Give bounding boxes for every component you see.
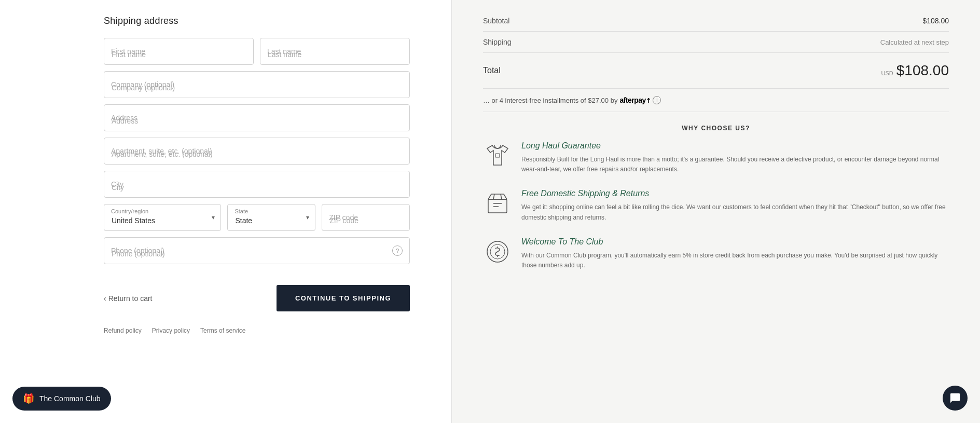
afterpay-logo: afterpay↗ <box>619 96 651 104</box>
left-panel: Shipping address First name Last name Co… <box>0 0 451 423</box>
subtotal-row: Subtotal $108.00 <box>483 10 949 32</box>
city-row: City <box>104 171 410 198</box>
address-input[interactable] <box>104 104 410 131</box>
gift-icon: 🎁 <box>23 393 34 404</box>
first-name-field: First name <box>104 38 254 65</box>
apt-input[interactable] <box>104 138 410 165</box>
afterpay-arrow-icon: ↗ <box>644 97 653 105</box>
phone-input[interactable] <box>104 237 410 264</box>
city-input[interactable] <box>104 171 410 198</box>
why-choose-heading: WHY CHOOSE US? <box>483 112 949 141</box>
zip-input[interactable] <box>322 204 410 231</box>
club-badge[interactable]: 🎁 The Common Club <box>12 387 111 411</box>
afterpay-row: … or 4 interest-free installments of $27… <box>483 89 949 112</box>
feature-long-haul-title: Long Haul Guarantee <box>521 141 949 151</box>
phone-help-icon[interactable]: ? <box>392 245 403 256</box>
address-row: Address <box>104 104 410 131</box>
company-row: Company (optional) <box>104 71 410 98</box>
last-name-input[interactable] <box>260 38 410 65</box>
shipping-value: Calculated at next step <box>880 38 949 46</box>
feature-long-haul-desc: Responsibly Built for the Long Haul is m… <box>521 155 949 174</box>
feature-club-text: Welcome To The Club With our Common Club… <box>521 237 949 270</box>
feature-shipping-title: Free Domestic Shipping & Returns <box>521 189 949 198</box>
shipping-label: Shipping <box>483 38 512 46</box>
shipping-row: Shipping Calculated at next step <box>483 32 949 53</box>
company-input[interactable] <box>104 71 410 98</box>
afterpay-text: … or 4 interest-free installments of $27… <box>483 97 617 104</box>
total-amount: USD $108.00 <box>881 62 949 79</box>
feature-shipping-text: Free Domestic Shipping & Returns We get … <box>521 189 949 222</box>
last-name-field: Last name <box>260 38 410 65</box>
return-label: Return to cart <box>108 294 153 303</box>
subtotal-value: $108.00 <box>922 17 949 25</box>
svg-rect-1 <box>488 199 507 213</box>
section-title: Shipping address <box>104 16 410 26</box>
feature-club-title: Welcome To The Club <box>521 237 949 247</box>
total-row: Total USD $108.00 <box>483 53 949 89</box>
feature-club: Welcome To The Club With our Common Club… <box>483 237 949 270</box>
svg-rect-0 <box>495 154 500 157</box>
feature-long-haul: Long Haul Guarantee Responsibly Built fo… <box>483 141 949 174</box>
box-icon <box>483 189 512 218</box>
chat-icon <box>949 392 961 404</box>
phone-row: Phone (optional) ? <box>104 237 410 264</box>
first-name-input[interactable] <box>104 38 254 65</box>
continue-to-shipping-button[interactable]: CONTINUE TO SHIPPING <box>277 285 410 311</box>
shirt-icon <box>483 141 512 170</box>
city-field: City <box>104 171 410 198</box>
apt-row: Apartment, suite, etc. (optional) <box>104 138 410 165</box>
coin-icon <box>483 237 512 266</box>
state-select[interactable]: State Alabama Alaska Arizona California … <box>227 204 315 231</box>
return-to-cart-link[interactable]: ‹ Return to cart <box>104 294 153 303</box>
state-field: State State Alabama Alaska Arizona Calif… <box>227 204 315 231</box>
form-actions: ‹ Return to cart CONTINUE TO SHIPPING <box>104 285 410 311</box>
region-row: Country/region United States Canada Unit… <box>104 204 410 231</box>
phone-field: Phone (optional) ? <box>104 237 410 264</box>
subtotal-label: Subtotal <box>483 17 509 25</box>
total-value: $108.00 <box>896 62 949 79</box>
feature-club-desc: With our Common Club program, you'll aut… <box>521 251 949 270</box>
apt-field: Apartment, suite, etc. (optional) <box>104 138 410 165</box>
company-field: Company (optional) <box>104 71 410 98</box>
afterpay-info-icon[interactable]: i <box>653 96 661 104</box>
zip-field: ZIP code <box>322 204 410 231</box>
address-field: Address <box>104 104 410 131</box>
right-panel: Subtotal $108.00 Shipping Calculated at … <box>451 0 980 423</box>
feature-shipping-desc: We get it: shopping online can feel a bi… <box>521 202 949 222</box>
feature-long-haul-text: Long Haul Guarantee Responsibly Built fo… <box>521 141 949 174</box>
country-field: Country/region United States Canada Unit… <box>104 204 221 231</box>
return-chevron-icon: ‹ <box>104 294 106 303</box>
feature-shipping: Free Domestic Shipping & Returns We get … <box>483 189 949 222</box>
name-row: First name Last name <box>104 38 410 65</box>
privacy-policy-link[interactable]: Privacy policy <box>152 327 190 334</box>
chat-button[interactable] <box>943 386 968 411</box>
terms-link[interactable]: Terms of service <box>200 327 245 334</box>
footer-links: Refund policy Privacy policy Terms of se… <box>104 327 410 334</box>
total-label: Total <box>483 66 501 75</box>
country-select[interactable]: United States Canada United Kingdom <box>104 204 221 231</box>
refund-policy-link[interactable]: Refund policy <box>104 327 142 334</box>
total-currency: USD <box>881 70 893 76</box>
club-badge-label: The Common Club <box>39 394 101 403</box>
